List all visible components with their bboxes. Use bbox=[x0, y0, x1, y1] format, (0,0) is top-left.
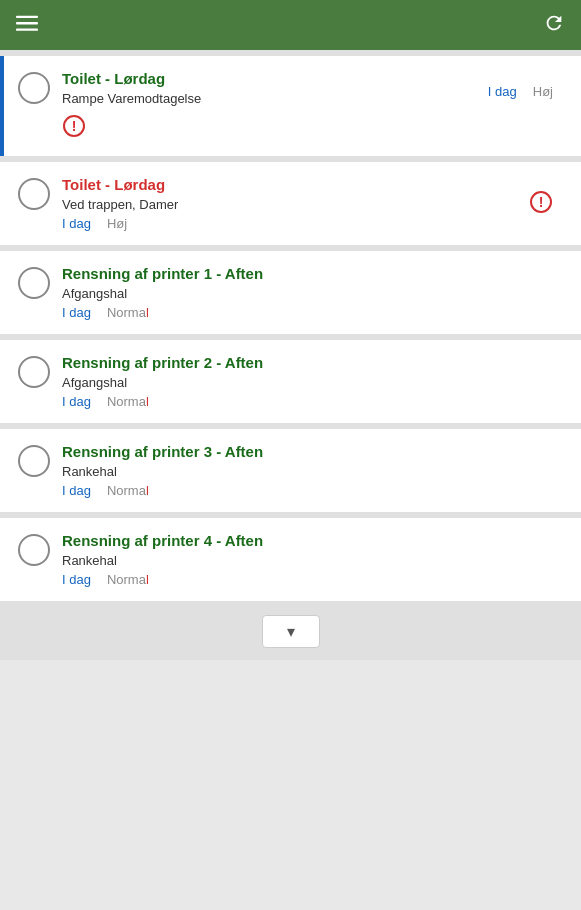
task-card[interactable]: Rensning af printer 4 - Aften Rankehal I… bbox=[0, 518, 581, 601]
task-card[interactable]: Toilet - Lørdag Rampe Varemodtagelse I d… bbox=[0, 56, 581, 156]
card-date: I dag bbox=[62, 216, 91, 231]
svg-text:!: ! bbox=[72, 118, 77, 134]
card-title: Rensning af printer 2 - Aften bbox=[62, 354, 567, 371]
task-checkbox[interactable] bbox=[18, 72, 50, 104]
alert-icon: ! bbox=[529, 190, 553, 218]
card-subtitle: Rankehal bbox=[62, 464, 567, 479]
card-priority: Normal bbox=[107, 483, 149, 498]
task-checkbox[interactable] bbox=[18, 267, 50, 299]
card-priority: Høj bbox=[533, 84, 553, 99]
card-priority: Normal bbox=[107, 394, 149, 409]
card-date: I dag bbox=[488, 84, 517, 99]
card-priority: Normal bbox=[107, 572, 149, 587]
task-card[interactable]: Rensning af printer 2 - Aften Afgangshal… bbox=[0, 340, 581, 423]
svg-text:!: ! bbox=[539, 193, 544, 209]
task-checkbox[interactable] bbox=[18, 356, 50, 388]
card-title: Rensning af printer 1 - Aften bbox=[62, 265, 567, 282]
app-header bbox=[0, 0, 581, 50]
card-date: I dag bbox=[62, 572, 91, 587]
card-title: Toilet - Lørdag bbox=[62, 176, 567, 193]
svg-rect-0 bbox=[16, 16, 38, 18]
bottom-alert-icon: ! bbox=[62, 114, 567, 142]
refresh-icon[interactable] bbox=[543, 12, 565, 38]
svg-rect-2 bbox=[16, 29, 38, 31]
hamburger-icon[interactable] bbox=[16, 12, 38, 38]
task-card[interactable]: Toilet - Lørdag Ved trappen, Damer I dag… bbox=[0, 162, 581, 245]
pagination-bar: ▾ bbox=[0, 607, 581, 660]
card-priority: Høj bbox=[107, 216, 127, 231]
svg-rect-1 bbox=[16, 22, 38, 24]
card-date: I dag bbox=[62, 483, 91, 498]
card-priority: Normal bbox=[107, 305, 149, 320]
card-subtitle: Afgangshal bbox=[62, 286, 567, 301]
card-subtitle: Ved trappen, Damer bbox=[62, 197, 567, 212]
task-checkbox[interactable] bbox=[18, 534, 50, 566]
task-checkbox[interactable] bbox=[18, 178, 50, 210]
card-date: I dag bbox=[62, 305, 91, 320]
pagination-down-button[interactable]: ▾ bbox=[262, 615, 320, 648]
task-list: Toilet - Lørdag Rampe Varemodtagelse I d… bbox=[0, 50, 581, 607]
task-card[interactable]: Rensning af printer 3 - Aften Rankehal I… bbox=[0, 429, 581, 512]
card-subtitle: Afgangshal bbox=[62, 375, 567, 390]
card-title: Rensning af printer 3 - Aften bbox=[62, 443, 567, 460]
task-card[interactable]: Rensning af printer 1 - Aften Afgangshal… bbox=[0, 251, 581, 334]
task-checkbox[interactable] bbox=[18, 445, 50, 477]
card-date: I dag bbox=[62, 394, 91, 409]
card-title: Rensning af printer 4 - Aften bbox=[62, 532, 567, 549]
card-subtitle: Rankehal bbox=[62, 553, 567, 568]
